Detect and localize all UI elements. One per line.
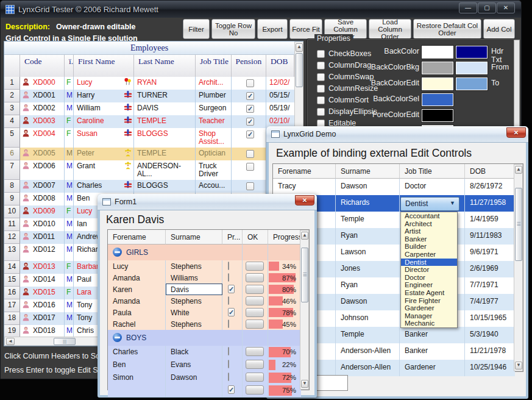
toolbar-button-export[interactable]: Export [257,19,288,39]
ok-cell[interactable] [243,346,268,359]
pension-checkbox[interactable]: ✓ [246,105,254,113]
form1-row[interactable]: Lucy Stephens 34% [108,260,301,272]
last-name-cell[interactable]: RYAN [134,77,196,90]
scroll-thumb[interactable]: ☰ [301,248,308,302]
code-cell[interactable]: XD017 [20,312,65,325]
last-name-cell[interactable]: BLOGGS [134,180,196,193]
demo-row[interactable]: Tracy Dawson Doctor 8/26/1972 [273,179,515,195]
ok-cell[interactable] [243,359,268,371]
sex-cell[interactable]: M [65,244,74,261]
scroll-up-icon[interactable]: ▲ [296,43,303,52]
demo-vscrollbar[interactable]: ▲ ☰ ▼ [514,164,523,371]
job-title-cell[interactable]: Accou... [196,180,232,193]
scroll-down-icon[interactable]: ▼ [301,380,308,388]
form1-row[interactable]: Amanda Williams 87% [108,272,301,284]
color-swatch-2[interactable] [456,77,488,90]
demo-column-header-forename[interactable]: Forename [273,164,336,179]
dropdown-item[interactable]: Accountant [401,212,457,220]
sex-cell[interactable]: M [65,325,74,338]
collapse-group-icon[interactable] [113,248,122,257]
pension-cell[interactable]: ✓ [232,128,266,148]
sex-cell[interactable]: M [65,218,74,231]
job-title-cell[interactable]: Gardener [400,360,465,376]
sex-cell[interactable]: F [65,287,74,299]
pr-checkbox[interactable]: ✓ [228,385,235,394]
scroll-thumb[interactable] [296,53,303,87]
code-cell[interactable]: XD018 [20,325,65,338]
dropdown-item[interactable]: Engineer [401,281,457,289]
group-row-girls[interactable]: GIRLS [108,245,301,260]
forename-cell[interactable]: Karen [108,284,166,295]
pr-cell[interactable] [222,346,243,359]
job-title-cell[interactable]: Shop Assist... [196,128,232,148]
forename-cell[interactable]: Lucy [108,260,166,272]
dropdown-item[interactable]: Gardener [401,304,457,312]
job-title-cell[interactable]: Banker [400,327,465,343]
sex-cell[interactable]: M [65,90,74,102]
dob-cell[interactable]: 5/3/1940 [465,327,515,343]
ok-cell[interactable] [243,260,268,272]
code-cell[interactable]: XD016 [20,299,65,312]
surname-cell[interactable]: Ryan [336,277,400,294]
code-cell[interactable]: XD012 [20,244,65,261]
sex-cell[interactable]: M [65,160,74,180]
pr-checkbox[interactable] [228,320,229,328]
form1-column-header-ok[interactable]: OK [243,230,268,245]
collapse-group-icon[interactable] [113,333,122,342]
code-cell[interactable]: XD004 [20,128,65,148]
pr-cell[interactable] [222,272,243,284]
sex-cell[interactable]: M [65,231,74,244]
form1-vscrollbar[interactable]: ▲ ☰ ▼ [300,230,309,390]
pr-checkbox[interactable] [228,360,229,368]
dropdown-item[interactable]: Builder [401,243,457,251]
forename-cell[interactable]: Charles [108,346,166,359]
first-name-cell[interactable]: Lucy [74,77,134,90]
toolbar-button-restore-default-col-order[interactable]: Restore Default Col Order [413,19,481,39]
job-title-cell[interactable]: Surgeon [196,102,232,115]
code-cell[interactable]: XD002 [20,102,65,115]
ok-button[interactable] [246,360,264,369]
dropdown-item[interactable]: Architect [401,220,457,228]
dob-cell[interactable]: 7/4/1977 [465,294,515,310]
employees-band-header[interactable]: Employees [4,41,294,55]
sex-cell[interactable]: M [65,148,74,160]
surname-cell[interactable] [166,384,222,397]
dropdown-item[interactable]: Banker [401,235,457,243]
employee-row[interactable]: 6 XD005 M Peter TEMPLE Optician [4,148,294,160]
pr-checkbox[interactable] [228,273,229,282]
form1-column-header-progress[interactable]: Progress [268,230,301,245]
first-name-cell[interactable]: Caroline [74,115,134,128]
forename-cell[interactable]: Paula [108,307,166,318]
ok-cell[interactable] [243,272,268,284]
dob-cell[interactable]: 11/27/1958 [465,195,515,212]
ok-button[interactable] [246,373,264,382]
code-cell[interactable]: XD010 [20,218,65,231]
last-name-cell[interactable]: ANDERSON-AL... [134,160,196,180]
pr-cell[interactable] [222,359,243,371]
pension-checkbox[interactable]: ✓ [246,130,254,138]
scroll-down-icon[interactable]: ▼ [515,362,522,370]
surname-cell[interactable]: Evans [166,359,222,371]
sex-cell[interactable]: F [65,261,74,274]
employee-row[interactable]: 3 XD002 M William DAVIS Surgeon ✓ 05/19/ [4,102,294,115]
dropdown-item[interactable]: Fire Fighter [401,297,457,305]
dropdown-item[interactable]: Artist [401,227,457,235]
code-cell[interactable]: XD003 [20,115,65,128]
dropdown-item[interactable]: Dentist [401,259,457,266]
pension-checkbox[interactable] [246,150,254,158]
surname-cell[interactable]: Stephens [166,318,222,330]
ok-cell[interactable] [243,371,268,384]
first-name-cell[interactable]: Grant [74,160,134,180]
employee-row[interactable]: 5 XD004 F Susan BLOGGS Shop Assist... ✓ [4,128,294,148]
sex-cell[interactable]: F [65,205,74,218]
column-header-firstname[interactable]: First Name [74,55,134,77]
pr-cell[interactable] [222,318,243,330]
code-cell[interactable]: XD000 [20,77,65,90]
surname-cell[interactable]: Black [166,346,222,359]
form1-column-header-forename[interactable]: Forename [108,230,166,245]
toolbar-button-add-col[interactable]: Add Col [483,19,515,39]
surname-cell[interactable]: Jones [336,261,400,277]
ok-cell[interactable] [243,284,268,295]
forename-cell[interactable]: Amanda [108,272,166,284]
dob-cell[interactable]: 11/21/1978 [465,343,515,360]
